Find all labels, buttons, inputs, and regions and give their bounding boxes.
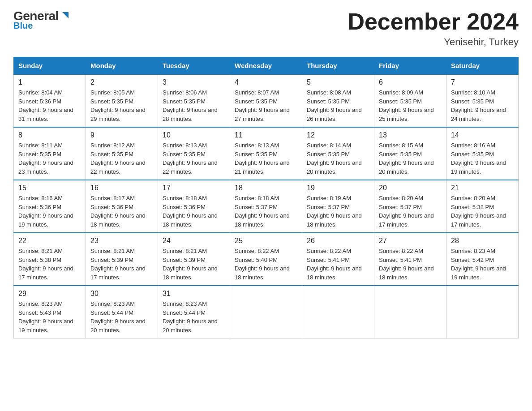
day-info: Sunrise: 8:11 AMSunset: 5:35 PMDaylight:… (18, 141, 81, 176)
day-info: Sunrise: 8:18 AMSunset: 5:37 PMDaylight:… (235, 194, 297, 229)
table-row: 27 Sunrise: 8:22 AMSunset: 5:41 PMDaylig… (374, 233, 446, 286)
calendar-week-row: 8 Sunrise: 8:11 AMSunset: 5:35 PMDayligh… (14, 127, 519, 180)
page-header: General Blue December 2024 Yenisehir, Tu… (13, 9, 519, 48)
day-number: 15 (18, 184, 81, 192)
month-year-title: December 2024 (348, 9, 519, 34)
calendar-week-row: 22 Sunrise: 8:21 AMSunset: 5:38 PMDaylig… (14, 233, 519, 286)
col-wednesday: Wednesday (230, 57, 302, 75)
day-info: Sunrise: 8:14 AMSunset: 5:35 PMDaylight:… (307, 141, 369, 176)
table-row: 17 Sunrise: 8:18 AMSunset: 5:36 PMDaylig… (158, 180, 230, 233)
day-info: Sunrise: 8:20 AMSunset: 5:38 PMDaylight:… (451, 194, 514, 229)
day-number: 26 (307, 237, 369, 245)
logo-triangle-icon (60, 10, 69, 20)
table-row: 16 Sunrise: 8:17 AMSunset: 5:36 PMDaylig… (86, 180, 158, 233)
calendar-week-row: 1 Sunrise: 8:04 AMSunset: 5:36 PMDayligh… (14, 74, 519, 127)
table-row: 2 Sunrise: 8:05 AMSunset: 5:35 PMDayligh… (86, 74, 158, 127)
day-info: Sunrise: 8:12 AMSunset: 5:35 PMDaylight:… (90, 141, 153, 176)
day-info: Sunrise: 8:22 AMSunset: 5:41 PMDaylight:… (307, 247, 369, 282)
day-info: Sunrise: 8:16 AMSunset: 5:35 PMDaylight:… (451, 141, 514, 176)
table-row: 20 Sunrise: 8:20 AMSunset: 5:37 PMDaylig… (374, 180, 446, 233)
day-info: Sunrise: 8:22 AMSunset: 5:40 PMDaylight:… (235, 247, 297, 282)
day-number: 6 (379, 78, 442, 86)
day-number: 12 (307, 131, 369, 139)
day-number: 4 (235, 78, 297, 86)
col-monday: Monday (86, 57, 158, 75)
day-info: Sunrise: 8:07 AMSunset: 5:35 PMDaylight:… (235, 88, 297, 123)
table-row: 12 Sunrise: 8:14 AMSunset: 5:35 PMDaylig… (302, 127, 374, 180)
day-number: 29 (18, 290, 81, 298)
day-info: Sunrise: 8:06 AMSunset: 5:35 PMDaylight:… (163, 88, 225, 123)
table-row: 8 Sunrise: 8:11 AMSunset: 5:35 PMDayligh… (14, 127, 86, 180)
day-number: 31 (163, 290, 225, 298)
table-row: 19 Sunrise: 8:19 AMSunset: 5:37 PMDaylig… (302, 180, 374, 233)
day-info: Sunrise: 8:08 AMSunset: 5:35 PMDaylight:… (307, 88, 369, 123)
table-row: 14 Sunrise: 8:16 AMSunset: 5:35 PMDaylig… (446, 127, 519, 180)
col-saturday: Saturday (446, 57, 519, 75)
day-info: Sunrise: 8:23 AMSunset: 5:44 PMDaylight:… (90, 300, 153, 334)
day-number: 3 (163, 78, 225, 86)
table-row: 6 Sunrise: 8:09 AMSunset: 5:35 PMDayligh… (374, 74, 446, 127)
table-row: 29 Sunrise: 8:23 AMSunset: 5:43 PMDaylig… (14, 286, 86, 338)
day-number: 10 (163, 131, 225, 139)
day-number: 22 (18, 237, 81, 245)
day-info: Sunrise: 8:21 AMSunset: 5:39 PMDaylight:… (90, 247, 153, 282)
day-number: 1 (18, 78, 81, 86)
table-row (302, 286, 374, 338)
table-row: 15 Sunrise: 8:16 AMSunset: 5:36 PMDaylig… (14, 180, 86, 233)
day-number: 18 (235, 184, 297, 192)
table-row: 5 Sunrise: 8:08 AMSunset: 5:35 PMDayligh… (302, 74, 374, 127)
table-row: 23 Sunrise: 8:21 AMSunset: 5:39 PMDaylig… (86, 233, 158, 286)
calendar-week-row: 15 Sunrise: 8:16 AMSunset: 5:36 PMDaylig… (14, 180, 519, 233)
day-number: 23 (90, 237, 153, 245)
day-info: Sunrise: 8:22 AMSunset: 5:41 PMDaylight:… (379, 247, 442, 282)
day-info: Sunrise: 8:05 AMSunset: 5:35 PMDaylight:… (90, 88, 153, 123)
day-number: 25 (235, 237, 297, 245)
day-number: 9 (90, 131, 153, 139)
table-row: 13 Sunrise: 8:15 AMSunset: 5:35 PMDaylig… (374, 127, 446, 180)
day-info: Sunrise: 8:23 AMSunset: 5:42 PMDaylight:… (451, 247, 514, 282)
day-info: Sunrise: 8:21 AMSunset: 5:38 PMDaylight:… (18, 247, 81, 282)
calendar-header-row: Sunday Monday Tuesday Wednesday Thursday… (14, 57, 519, 75)
day-number: 11 (235, 131, 297, 139)
svg-marker-0 (62, 12, 69, 18)
table-row: 11 Sunrise: 8:13 AMSunset: 5:35 PMDaylig… (230, 127, 302, 180)
day-info: Sunrise: 8:21 AMSunset: 5:39 PMDaylight:… (163, 247, 225, 282)
col-tuesday: Tuesday (158, 57, 230, 75)
col-sunday: Sunday (14, 57, 86, 75)
day-info: Sunrise: 8:23 AMSunset: 5:43 PMDaylight:… (18, 300, 81, 334)
day-number: 19 (307, 184, 369, 192)
table-row: 30 Sunrise: 8:23 AMSunset: 5:44 PMDaylig… (86, 286, 158, 338)
day-number: 21 (451, 184, 514, 192)
table-row: 7 Sunrise: 8:10 AMSunset: 5:35 PMDayligh… (446, 74, 519, 127)
table-row: 24 Sunrise: 8:21 AMSunset: 5:39 PMDaylig… (158, 233, 230, 286)
day-number: 2 (90, 78, 153, 86)
day-number: 14 (451, 131, 514, 139)
table-row: 25 Sunrise: 8:22 AMSunset: 5:40 PMDaylig… (230, 233, 302, 286)
calendar-week-row: 29 Sunrise: 8:23 AMSunset: 5:43 PMDaylig… (14, 286, 519, 338)
day-number: 27 (379, 237, 442, 245)
day-number: 30 (90, 290, 153, 298)
col-thursday: Thursday (302, 57, 374, 75)
table-row: 9 Sunrise: 8:12 AMSunset: 5:35 PMDayligh… (86, 127, 158, 180)
logo: General Blue (13, 9, 69, 31)
day-info: Sunrise: 8:13 AMSunset: 5:35 PMDaylight:… (235, 141, 297, 176)
day-info: Sunrise: 8:18 AMSunset: 5:36 PMDaylight:… (163, 194, 225, 229)
day-info: Sunrise: 8:04 AMSunset: 5:36 PMDaylight:… (18, 88, 81, 123)
logo-blue-text: Blue (13, 21, 33, 31)
table-row: 28 Sunrise: 8:23 AMSunset: 5:42 PMDaylig… (446, 233, 519, 286)
day-info: Sunrise: 8:20 AMSunset: 5:37 PMDaylight:… (379, 194, 442, 229)
table-row (374, 286, 446, 338)
title-section: December 2024 Yenisehir, Turkey (348, 9, 519, 48)
day-number: 20 (379, 184, 442, 192)
day-info: Sunrise: 8:23 AMSunset: 5:44 PMDaylight:… (163, 300, 225, 334)
day-number: 8 (18, 131, 81, 139)
day-number: 16 (90, 184, 153, 192)
day-number: 24 (163, 237, 225, 245)
table-row: 3 Sunrise: 8:06 AMSunset: 5:35 PMDayligh… (158, 74, 230, 127)
col-friday: Friday (374, 57, 446, 75)
table-row: 1 Sunrise: 8:04 AMSunset: 5:36 PMDayligh… (14, 74, 86, 127)
day-info: Sunrise: 8:13 AMSunset: 5:35 PMDaylight:… (163, 141, 225, 176)
day-number: 7 (451, 78, 514, 86)
day-number: 28 (451, 237, 514, 245)
day-info: Sunrise: 8:16 AMSunset: 5:36 PMDaylight:… (18, 194, 81, 229)
